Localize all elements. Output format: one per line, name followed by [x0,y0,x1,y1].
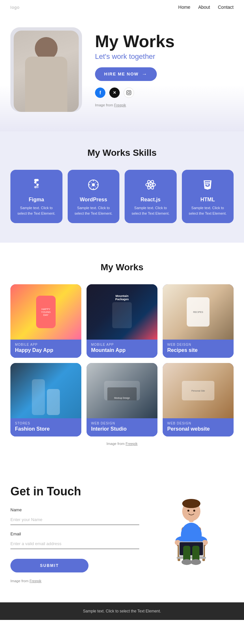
work-mountain-image: MountainPackages [87,284,157,340]
freepik-link[interactable]: Freepik [114,103,126,107]
work-recipes[interactable]: RECIPES WEB DEISGN Recipes site [163,284,234,358]
work-mountain-info: MOBILE APP Mountain App [87,340,157,358]
instagram-icon[interactable] [124,87,134,98]
skills-title: My Works Skills [10,148,234,158]
contact-credit: Image from Freepik [10,579,139,583]
svg-point-2 [130,91,130,91]
contact-section: Get in Touch Name Email SUBMIT Image fro… [0,465,244,602]
nav-home[interactable]: Home [178,5,190,10]
logo: logo [10,5,20,10]
svg-point-8 [150,184,152,186]
work-title: Recipes site [167,347,229,353]
hero-section: My Works Let's work together HIRE ME NOW… [0,14,244,131]
email-label: Email [10,531,139,536]
svg-rect-20 [177,557,206,559]
skill-html: HTML Sample text. Click to select the Te… [182,170,234,223]
name-label: Name [10,507,139,512]
react-name: React.js [130,197,171,203]
work-interior[interactable]: Mockup Design WEB DESIGN Interior Studio [87,363,157,436]
work-fashion-info: STORES Fashion Store [10,418,81,436]
work-category: WEB DEISGN [167,343,229,346]
work-category: MOBILE APP [15,343,77,346]
hire-me-button[interactable]: HIRE ME NOW → [95,67,157,81]
nav-about[interactable]: About [198,5,210,10]
skill-figma: Figma Sample text. Click to select the T… [10,170,62,223]
nav-contact[interactable]: Contact [218,5,234,10]
work-category: STORES [15,422,77,425]
svg-point-26 [193,510,195,512]
work-mountain[interactable]: MountainPackages MOBILE APP Mountain App [87,284,157,358]
freepik-link-works[interactable]: Freepik [126,442,138,446]
work-category: WEB DESIGN [167,422,229,425]
hero-subtitle: Let's work together [95,52,234,61]
work-title: Mountain App [91,347,153,353]
skill-react: React.js Sample text. Click to select th… [125,170,177,223]
work-personal-info: WEB DESIGN Personal website [163,418,234,436]
contact-form: Get in Touch Name Email SUBMIT Image fro… [10,485,139,583]
works-credit: Image from Freepik [10,442,234,446]
name-field-group: Name [10,507,139,525]
work-fashion[interactable]: STORES Fashion Store [10,363,81,436]
navigation: logo Home About Contact [0,0,244,14]
email-field-group: Email [10,531,139,549]
work-happy-day[interactable]: HAPPYYOUNGDAY MOBILE APP Happy Day App [10,284,81,358]
work-personal[interactable]: Personal Site WEB DESIGN Personal websit… [163,363,234,436]
figma-icon [16,179,57,194]
react-desc: Sample text. Click to select the Text El… [130,205,171,216]
wordpress-desc: Sample text. Click to select the Text El… [73,205,115,216]
work-interior-image: Mockup Design [87,363,157,418]
work-fashion-image [10,363,81,418]
works-section: My Works HAPPYYOUNGDAY MOBILE APP Happy … [0,243,244,465]
social-icons: f ✕ [95,87,234,98]
contact-illustration [149,485,234,576]
html-name: HTML [187,197,229,203]
work-title: Interior Studio [91,426,153,432]
html-desc: Sample text. Click to select the Text El… [187,205,229,216]
html5-icon [187,179,229,194]
work-happy-day-info: MOBILE APP Happy Day App [10,340,81,358]
svg-point-30 [191,559,201,565]
work-category: MOBILE APP [91,343,153,346]
contact-title: Get in Touch [10,485,139,498]
arrow-icon: → [142,71,148,77]
submit-button[interactable]: SUBMIT [10,559,88,572]
skill-wordpress: WordPress Sample text. Click to select t… [68,170,120,223]
hero-image-wrapper [10,27,82,112]
svg-rect-0 [127,90,131,95]
work-title: Personal website [167,426,229,432]
works-title: My Works [10,262,234,273]
name-input[interactable] [10,514,139,525]
work-category: WEB DESIGN [91,422,153,425]
figma-name: Figma [16,197,57,203]
facebook-icon[interactable]: f [95,87,105,98]
freepik-link-contact[interactable]: Freepik [30,579,42,583]
hero-credit: Image from Freepik [95,103,234,107]
work-personal-image: Personal Site [163,363,234,418]
figma-desc: Sample text. Click to select the Text El… [16,205,57,216]
hero-title: My Works [95,32,234,51]
svg-point-29 [182,559,192,565]
work-title: Happy Day App [15,347,77,353]
svg-rect-19 [180,542,203,555]
email-input[interactable] [10,538,139,549]
nav-links: Home About Contact [178,5,234,10]
react-icon [130,179,171,194]
svg-point-25 [187,510,189,512]
wordpress-name: WordPress [73,197,115,203]
svg-point-24 [183,502,200,508]
work-title: Fashion Store [15,426,77,432]
hero-person-image [14,31,79,112]
work-recipes-info: WEB DEISGN Recipes site [163,340,234,358]
skills-grid: Figma Sample text. Click to select the T… [10,170,234,223]
hero-text: My Works Let's work together HIRE ME NOW… [95,32,234,107]
twitter-icon[interactable]: ✕ [109,87,120,98]
wordpress-icon [73,179,115,194]
work-happy-day-image: HAPPYYOUNGDAY [10,284,81,340]
footer-text: Sample text. Click to select the Text El… [83,609,161,613]
works-grid: HAPPYYOUNGDAY MOBILE APP Happy Day App M… [10,284,234,436]
skills-section: My Works Skills Figma Sample text. Click… [0,131,244,243]
hire-me-label: HIRE ME NOW [104,72,139,76]
work-interior-info: WEB DESIGN Interior Studio [87,418,157,436]
contact-character-svg [156,485,227,576]
footer: Sample text. Click to select the Text El… [0,602,244,620]
